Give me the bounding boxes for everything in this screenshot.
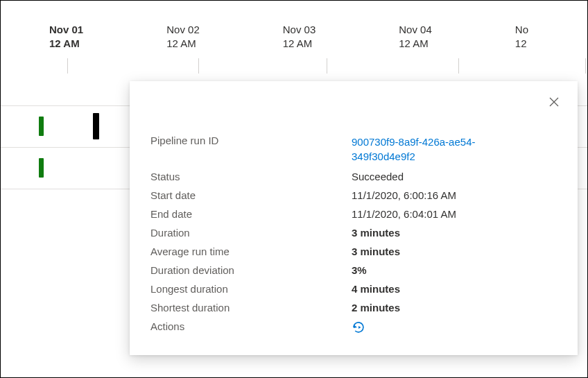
- start-date-value: 11/1/2020, 6:00:16 AM: [352, 189, 557, 201]
- row-average-run-time: Average run time 3 minutes: [150, 242, 557, 261]
- row-status: Status Succeeded: [150, 167, 557, 186]
- pipeline-run-bar[interactable]: [39, 117, 44, 136]
- row-actions: Actions: [150, 317, 557, 340]
- time-label: 12 AM: [166, 37, 200, 51]
- label: Longest duration: [150, 283, 352, 295]
- close-button[interactable]: [546, 94, 562, 110]
- label: Shortest duration: [150, 302, 352, 313]
- pipeline-run-id-link[interactable]: 900730f9-8a9f-426a-ae54-349f30d4e9f2: [352, 135, 518, 164]
- pipeline-run-bar[interactable]: [39, 158, 44, 178]
- timeline-date-nov02: Nov 02 12 AM: [166, 23, 200, 51]
- label: Status: [150, 171, 352, 182]
- label: End date: [150, 208, 352, 220]
- timeline-date-nov04: Nov 04 12 AM: [399, 23, 432, 51]
- label: Actions: [150, 320, 352, 336]
- timeline-tick: [67, 58, 68, 74]
- time-label: 12 AM: [283, 37, 316, 51]
- timeline-tick: [585, 58, 586, 74]
- status-value: Succeeded: [352, 171, 557, 182]
- rerun-button[interactable]: [352, 320, 365, 334]
- timeline-tick: [327, 58, 327, 74]
- row-duration: Duration 3 minutes: [150, 223, 557, 242]
- duration-deviation-value: 3%: [352, 264, 557, 276]
- run-details-tooltip: Pipeline run ID 900730f9-8a9f-426a-ae54-…: [130, 81, 578, 355]
- row-start-date: Start date 11/1/2020, 6:00:16 AM: [150, 186, 557, 205]
- end-date-value: 11/1/2020, 6:04:01 AM: [352, 208, 557, 220]
- row-end-date: End date 11/1/2020, 6:04:01 AM: [150, 205, 557, 223]
- pipeline-run-bar-selected[interactable]: [93, 113, 99, 139]
- date-label: No: [515, 23, 528, 37]
- date-label: Nov 02: [166, 23, 200, 37]
- close-icon: [548, 96, 560, 108]
- label: Average run time: [150, 246, 352, 257]
- label: Duration: [150, 227, 352, 239]
- longest-duration-value: 4 minutes: [352, 283, 557, 295]
- timeline-tick: [458, 58, 459, 74]
- label: Pipeline run ID: [150, 135, 352, 164]
- timeline-header: Nov 01 12 AM Nov 02 12 AM Nov 03 12 AM N…: [1, 1, 587, 51]
- date-label: Nov 03: [283, 23, 316, 37]
- label: Duration deviation: [150, 264, 352, 276]
- time-label: 12 AM: [399, 37, 432, 51]
- shortest-duration-value: 2 minutes: [352, 302, 557, 313]
- timeline-date-nov03: Nov 03 12 AM: [283, 23, 316, 51]
- svg-marker-3: [358, 326, 361, 329]
- detail-table: Pipeline run ID 900730f9-8a9f-426a-ae54-…: [150, 131, 557, 340]
- average-run-time-value: 3 minutes: [352, 246, 557, 257]
- row-pipeline-run-id: Pipeline run ID 900730f9-8a9f-426a-ae54-…: [150, 131, 557, 167]
- svg-marker-2: [354, 325, 357, 328]
- time-label: 12: [515, 37, 528, 51]
- date-label: Nov 01: [49, 23, 83, 37]
- timeline-date-nov05: No 12: [515, 23, 528, 51]
- date-label: Nov 04: [399, 23, 432, 37]
- duration-value: 3 minutes: [352, 227, 557, 239]
- rerun-icon: [352, 320, 365, 334]
- row-shortest-duration: Shortest duration 2 minutes: [150, 298, 557, 317]
- row-longest-duration: Longest duration 4 minutes: [150, 280, 557, 298]
- time-label: 12 AM: [49, 37, 83, 51]
- timeline-date-nov01: Nov 01 12 AM: [49, 23, 83, 51]
- label: Start date: [150, 189, 352, 201]
- timeline-tick: [198, 58, 199, 74]
- row-duration-deviation: Duration deviation 3%: [150, 261, 557, 280]
